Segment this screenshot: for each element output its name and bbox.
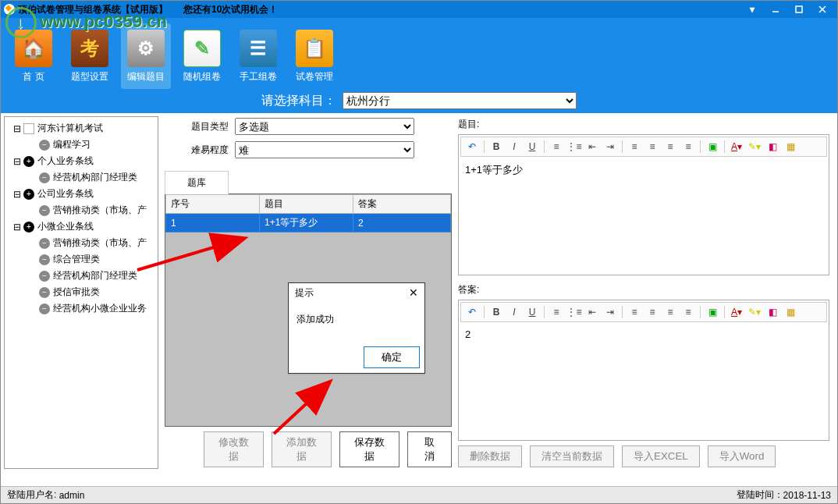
tab-bank[interactable]: 题库 <box>165 171 229 194</box>
tree-label: 小微企业条线 <box>37 220 94 233</box>
align-center-icon[interactable]: ≡ <box>644 139 660 154</box>
bold-icon[interactable]: B <box>488 304 504 320</box>
list-bul-icon[interactable]: ⋮≡ <box>566 139 582 154</box>
import-word-button[interactable]: 导入Word <box>708 445 776 467</box>
align-right-icon[interactable]: ≡ <box>662 139 678 154</box>
dialog-close-button[interactable]: ✕ <box>406 285 421 300</box>
more-icon[interactable]: ▦ <box>783 304 798 320</box>
cancel-button[interactable]: 取 消 <box>407 431 452 467</box>
tree-label: 营销推动类（市场、产 <box>53 204 147 217</box>
erase-icon[interactable]: ◧ <box>765 304 780 320</box>
align-left-icon[interactable]: ≡ <box>627 139 642 154</box>
tool-papers[interactable]: 📋 试卷管理 <box>289 23 339 89</box>
answer-content[interactable]: 2 <box>459 324 829 440</box>
erase-icon[interactable]: ◧ <box>765 139 780 154</box>
toggle-icon[interactable]: ⊟ <box>12 124 22 133</box>
highlight-icon[interactable]: ✎▾ <box>747 139 762 154</box>
minus-icon: − <box>39 172 50 183</box>
watermark: www.pc0359.cn <box>5 7 167 38</box>
subject-label: 请选择科目： <box>261 93 336 109</box>
toggle-icon[interactable]: ⊟ <box>12 190 22 199</box>
toggle-icon[interactable]: ⊟ <box>12 157 22 166</box>
tree-label: 综合管理类 <box>53 253 100 266</box>
tree-node[interactable]: −授信审批类 <box>6 284 156 300</box>
minus-icon: − <box>39 254 50 265</box>
tree-node[interactable]: ⊟+公司业务条线 <box>6 186 156 202</box>
question-content[interactable]: 1+1等于多少 <box>459 158 829 275</box>
category-tree[interactable]: ⊟河东计算机考试−编程学习⊟+个人业务条线−经营机构部门经理类⊟+公司业务条线−… <box>4 116 158 469</box>
dialog-body: 添加成功 <box>289 302 424 342</box>
italic-icon[interactable]: I <box>506 139 522 154</box>
close-button[interactable] <box>811 2 834 17</box>
answer-editor: ↶ B I U ≡ ⋮≡ ⇤ ⇥ ≡ ≡ ≡ ≡ ▣ A▾ ✎▾ ◧ ▦ 2 <box>458 300 829 441</box>
subject-select[interactable]: 杭州分行 <box>343 92 577 109</box>
underline-icon[interactable]: U <box>524 139 540 154</box>
delete-button[interactable]: 删除数据 <box>458 445 522 467</box>
list-num-icon[interactable]: ≡ <box>549 139 564 154</box>
align-left-icon[interactable]: ≡ <box>627 304 642 320</box>
italic-icon[interactable]: I <box>506 304 522 320</box>
tool-random[interactable]: ✎ 随机组卷 <box>177 23 227 89</box>
table-row[interactable]: 1 1+1等于多少 2 <box>166 214 451 232</box>
list-bul-icon[interactable]: ⋮≡ <box>566 304 582 320</box>
tree-node[interactable]: ⊟+个人业务条线 <box>6 153 156 169</box>
tree-node[interactable]: −营销推动类（市场、产 <box>6 202 156 218</box>
tree-label: 营销推动类（市场、产 <box>53 236 147 250</box>
tree-node[interactable]: −经营机构部门经理类 <box>6 169 156 186</box>
tool-manual[interactable]: ☰ 手工组卷 <box>233 23 283 89</box>
indent-icon[interactable]: ⇥ <box>602 304 618 320</box>
add-button[interactable]: 添加数据 <box>272 431 332 467</box>
undo-icon[interactable]: ↶ <box>464 139 480 154</box>
trial-notice: 您还有10次试用机会！ <box>183 3 278 16</box>
highlight-icon[interactable]: ✎▾ <box>747 304 762 320</box>
fontcolor-icon[interactable]: A▾ <box>729 139 744 154</box>
minimize-button[interactable] <box>764 2 787 17</box>
align-justify-icon[interactable]: ≡ <box>680 304 696 320</box>
import-excel-button[interactable]: 导入EXCEL <box>622 445 700 467</box>
type-select[interactable]: 多选题 <box>235 118 414 135</box>
underline-icon[interactable]: U <box>524 304 540 320</box>
settings-icon[interactable]: ▾ <box>740 2 764 17</box>
question-label: 题目: <box>458 118 829 131</box>
undo-icon[interactable]: ↶ <box>464 304 480 320</box>
save-button[interactable]: 保存数据 <box>339 431 399 467</box>
maximize-button[interactable] <box>787 2 811 17</box>
tree-node[interactable]: −编程学习 <box>6 137 156 153</box>
tree-label: 经营机构部门经理类 <box>53 171 137 184</box>
tree-node[interactable]: ⊟河东计算机考试 <box>6 120 156 137</box>
question-toolbar: ↶ B I U ≡ ⋮≡ ⇤ ⇥ ≡ ≡ ≡ ≡ ▣ A▾ ✎▾ ◧ ▦ <box>460 137 827 157</box>
answer-label: 答案: <box>458 283 829 296</box>
tree-node[interactable]: −经营机构小微企业业务 <box>6 300 156 317</box>
align-center-icon[interactable]: ≡ <box>644 304 660 320</box>
modify-button[interactable]: 修改数据 <box>204 431 264 467</box>
outdent-icon[interactable]: ⇤ <box>584 139 600 154</box>
col-answer[interactable]: 答案 <box>353 195 451 214</box>
bold-icon[interactable]: B <box>488 139 504 154</box>
col-seq[interactable]: 序号 <box>166 195 260 214</box>
plus-icon: + <box>23 222 34 232</box>
more-icon[interactable]: ▦ <box>783 139 798 154</box>
status-bar: 登陆用户名: admin 登陆时间： 2018-11-13 <box>1 486 837 503</box>
dialog-ok-button[interactable]: 确定 <box>364 346 420 368</box>
minus-icon: − <box>39 238 50 249</box>
image-icon[interactable]: ▣ <box>705 139 720 154</box>
image-icon[interactable]: ▣ <box>705 304 720 320</box>
gear-icon: ⚙ <box>137 37 154 59</box>
tree-node[interactable]: −综合管理类 <box>6 251 156 268</box>
fontcolor-icon[interactable]: A▾ <box>729 304 744 320</box>
clear-button[interactable]: 清空当前数据 <box>530 445 614 467</box>
col-question[interactable]: 题目 <box>260 195 353 214</box>
align-right-icon[interactable]: ≡ <box>662 304 678 320</box>
indent-icon[interactable]: ⇥ <box>602 139 618 154</box>
tree-node[interactable]: −营销推动类（市场、产 <box>6 235 156 251</box>
svg-rect-1 <box>796 6 802 12</box>
list-num-icon[interactable]: ≡ <box>549 304 564 320</box>
outdent-icon[interactable]: ⇤ <box>584 304 600 320</box>
tree-node[interactable]: ⊟+小微企业条线 <box>6 218 156 235</box>
align-justify-icon[interactable]: ≡ <box>680 139 696 154</box>
diff-select[interactable]: 难 <box>235 141 414 158</box>
tree-node[interactable]: −经营机构部门经理类 <box>6 268 156 284</box>
toggle-icon[interactable]: ⊟ <box>12 222 22 232</box>
diff-label: 难易程度 <box>165 144 235 157</box>
question-editor: ↶ B I U ≡ ⋮≡ ⇤ ⇥ ≡ ≡ ≡ ≡ ▣ A▾ ✎▾ ◧ ▦ 1+1… <box>458 134 829 275</box>
